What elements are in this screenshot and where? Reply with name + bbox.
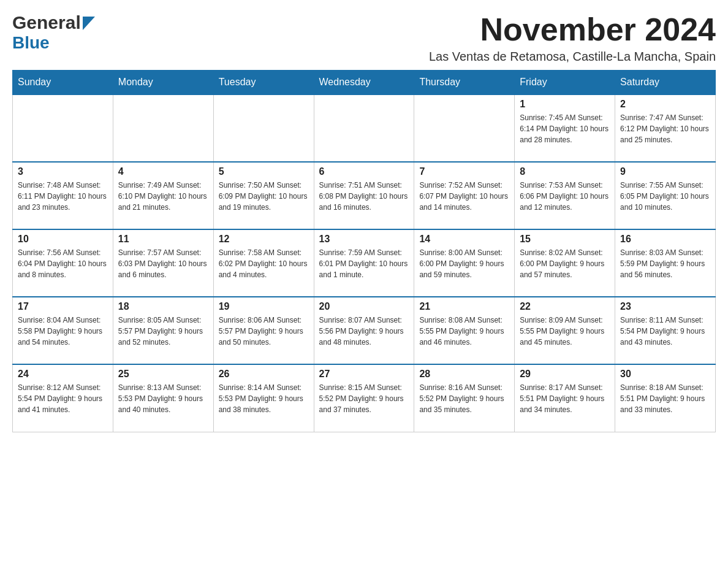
table-row xyxy=(113,94,213,162)
day-info: Sunrise: 8:15 AM Sunset: 5:52 PM Dayligh… xyxy=(319,382,409,415)
logo-blue-text: Blue xyxy=(12,33,50,53)
day-number: 21 xyxy=(419,301,509,312)
day-info: Sunrise: 7:56 AM Sunset: 6:04 PM Dayligh… xyxy=(18,247,108,280)
table-row: 3Sunrise: 7:48 AM Sunset: 6:11 PM Daylig… xyxy=(13,162,113,229)
col-thursday: Thursday xyxy=(414,71,515,95)
calendar-week-row: 1Sunrise: 7:45 AM Sunset: 6:14 PM Daylig… xyxy=(13,94,716,162)
day-info: Sunrise: 7:49 AM Sunset: 6:10 PM Dayligh… xyxy=(118,180,208,213)
table-row: 5Sunrise: 7:50 AM Sunset: 6:09 PM Daylig… xyxy=(213,162,314,229)
day-info: Sunrise: 7:50 AM Sunset: 6:09 PM Dayligh… xyxy=(219,180,309,213)
table-row xyxy=(314,94,414,162)
table-row: 22Sunrise: 8:09 AM Sunset: 5:55 PM Dayli… xyxy=(515,297,615,364)
table-row: 9Sunrise: 7:55 AM Sunset: 6:05 PM Daylig… xyxy=(615,162,716,229)
table-row: 4Sunrise: 7:49 AM Sunset: 6:10 PM Daylig… xyxy=(113,162,213,229)
day-info: Sunrise: 8:12 AM Sunset: 5:54 PM Dayligh… xyxy=(18,382,108,415)
day-info: Sunrise: 7:57 AM Sunset: 6:03 PM Dayligh… xyxy=(118,247,208,280)
table-row: 19Sunrise: 8:06 AM Sunset: 5:57 PM Dayli… xyxy=(213,297,314,364)
table-row xyxy=(13,94,113,162)
day-number: 16 xyxy=(620,234,710,245)
day-number: 4 xyxy=(118,166,208,177)
day-number: 25 xyxy=(118,369,208,380)
table-row: 25Sunrise: 8:13 AM Sunset: 5:53 PM Dayli… xyxy=(113,364,213,432)
table-row: 28Sunrise: 8:16 AM Sunset: 5:52 PM Dayli… xyxy=(414,364,515,432)
day-info: Sunrise: 7:47 AM Sunset: 6:12 PM Dayligh… xyxy=(620,112,710,145)
day-info: Sunrise: 8:03 AM Sunset: 5:59 PM Dayligh… xyxy=(620,247,710,280)
table-row: 21Sunrise: 8:08 AM Sunset: 5:55 PM Dayli… xyxy=(414,297,515,364)
day-info: Sunrise: 8:08 AM Sunset: 5:55 PM Dayligh… xyxy=(419,315,509,348)
day-number: 17 xyxy=(18,301,108,312)
day-number: 11 xyxy=(118,234,208,245)
table-row: 23Sunrise: 8:11 AM Sunset: 5:54 PM Dayli… xyxy=(615,297,716,364)
logo: General Blue xyxy=(12,12,95,53)
day-number: 18 xyxy=(118,301,208,312)
calendar-week-row: 17Sunrise: 8:04 AM Sunset: 5:58 PM Dayli… xyxy=(13,297,716,364)
subtitle: Las Ventas de Retamosa, Castille-La Manc… xyxy=(429,50,716,64)
table-row: 2Sunrise: 7:47 AM Sunset: 6:12 PM Daylig… xyxy=(615,94,716,162)
day-info: Sunrise: 8:05 AM Sunset: 5:57 PM Dayligh… xyxy=(118,315,208,348)
table-row: 15Sunrise: 8:02 AM Sunset: 6:00 PM Dayli… xyxy=(515,229,615,297)
table-row: 18Sunrise: 8:05 AM Sunset: 5:57 PM Dayli… xyxy=(113,297,213,364)
day-number: 10 xyxy=(18,234,108,245)
calendar-week-row: 10Sunrise: 7:56 AM Sunset: 6:04 PM Dayli… xyxy=(13,229,716,297)
day-info: Sunrise: 8:04 AM Sunset: 5:58 PM Dayligh… xyxy=(18,315,108,348)
day-info: Sunrise: 8:13 AM Sunset: 5:53 PM Dayligh… xyxy=(118,382,208,415)
day-info: Sunrise: 7:45 AM Sunset: 6:14 PM Dayligh… xyxy=(520,112,610,145)
day-info: Sunrise: 8:00 AM Sunset: 6:00 PM Dayligh… xyxy=(419,247,509,280)
day-info: Sunrise: 8:07 AM Sunset: 5:56 PM Dayligh… xyxy=(319,315,409,348)
day-info: Sunrise: 8:14 AM Sunset: 5:53 PM Dayligh… xyxy=(219,382,309,415)
logo-arrow-icon xyxy=(83,17,95,30)
day-info: Sunrise: 8:11 AM Sunset: 5:54 PM Dayligh… xyxy=(620,315,710,348)
col-tuesday: Tuesday xyxy=(213,71,314,95)
table-row: 14Sunrise: 8:00 AM Sunset: 6:00 PM Dayli… xyxy=(414,229,515,297)
day-number: 5 xyxy=(219,166,309,177)
day-number: 12 xyxy=(219,234,309,245)
table-row: 27Sunrise: 8:15 AM Sunset: 5:52 PM Dayli… xyxy=(314,364,414,432)
day-number: 29 xyxy=(520,369,610,380)
day-number: 15 xyxy=(520,234,610,245)
calendar-header-row: Sunday Monday Tuesday Wednesday Thursday… xyxy=(13,71,716,95)
day-number: 19 xyxy=(219,301,309,312)
table-row: 16Sunrise: 8:03 AM Sunset: 5:59 PM Dayli… xyxy=(615,229,716,297)
day-number: 23 xyxy=(620,301,710,312)
calendar-table: Sunday Monday Tuesday Wednesday Thursday… xyxy=(12,70,716,432)
col-monday: Monday xyxy=(113,71,213,95)
day-info: Sunrise: 8:18 AM Sunset: 5:51 PM Dayligh… xyxy=(620,382,710,415)
day-info: Sunrise: 7:51 AM Sunset: 6:08 PM Dayligh… xyxy=(319,180,409,213)
table-row: 10Sunrise: 7:56 AM Sunset: 6:04 PM Dayli… xyxy=(13,229,113,297)
title-block: November 2024 Las Ventas de Retamosa, Ca… xyxy=(429,12,716,64)
table-row: 7Sunrise: 7:52 AM Sunset: 6:07 PM Daylig… xyxy=(414,162,515,229)
table-row: 13Sunrise: 7:59 AM Sunset: 6:01 PM Dayli… xyxy=(314,229,414,297)
col-friday: Friday xyxy=(515,71,615,95)
day-number: 9 xyxy=(620,166,710,177)
day-number: 27 xyxy=(319,369,409,380)
table-row: 20Sunrise: 8:07 AM Sunset: 5:56 PM Dayli… xyxy=(314,297,414,364)
table-row: 8Sunrise: 7:53 AM Sunset: 6:06 PM Daylig… xyxy=(515,162,615,229)
page-header: General Blue November 2024 Las Ventas de… xyxy=(12,12,716,64)
svg-marker-0 xyxy=(83,17,95,30)
table-row: 30Sunrise: 8:18 AM Sunset: 5:51 PM Dayli… xyxy=(615,364,716,432)
day-number: 2 xyxy=(620,99,710,110)
main-title: November 2024 xyxy=(429,12,716,47)
col-saturday: Saturday xyxy=(615,71,716,95)
table-row xyxy=(414,94,515,162)
day-number: 13 xyxy=(319,234,409,245)
day-info: Sunrise: 8:06 AM Sunset: 5:57 PM Dayligh… xyxy=(219,315,309,348)
day-number: 6 xyxy=(319,166,409,177)
day-number: 20 xyxy=(319,301,409,312)
day-info: Sunrise: 7:58 AM Sunset: 6:02 PM Dayligh… xyxy=(219,247,309,280)
day-number: 1 xyxy=(520,99,610,110)
day-info: Sunrise: 7:53 AM Sunset: 6:06 PM Dayligh… xyxy=(520,180,610,213)
day-number: 30 xyxy=(620,369,710,380)
table-row: 29Sunrise: 8:17 AM Sunset: 5:51 PM Dayli… xyxy=(515,364,615,432)
col-sunday: Sunday xyxy=(13,71,113,95)
day-info: Sunrise: 8:17 AM Sunset: 5:51 PM Dayligh… xyxy=(520,382,610,415)
table-row xyxy=(213,94,314,162)
table-row: 24Sunrise: 8:12 AM Sunset: 5:54 PM Dayli… xyxy=(13,364,113,432)
day-info: Sunrise: 8:02 AM Sunset: 6:00 PM Dayligh… xyxy=(520,247,610,280)
day-number: 7 xyxy=(419,166,509,177)
day-number: 24 xyxy=(18,369,108,380)
table-row: 11Sunrise: 7:57 AM Sunset: 6:03 PM Dayli… xyxy=(113,229,213,297)
table-row: 6Sunrise: 7:51 AM Sunset: 6:08 PM Daylig… xyxy=(314,162,414,229)
day-info: Sunrise: 7:48 AM Sunset: 6:11 PM Dayligh… xyxy=(18,180,108,213)
day-number: 3 xyxy=(18,166,108,177)
